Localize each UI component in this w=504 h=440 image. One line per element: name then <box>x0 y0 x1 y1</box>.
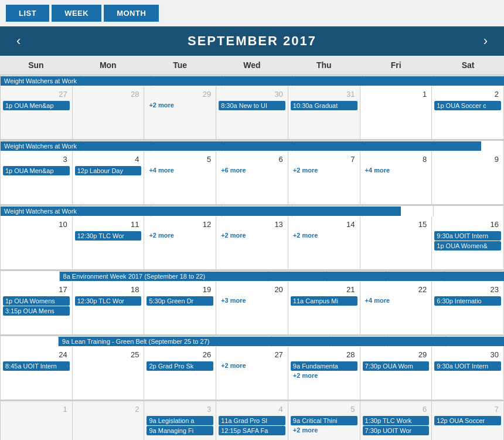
event-w0-d3-e0[interactable]: 8:30a New to UI <box>219 101 285 110</box>
calendar-body: Weight Watchers at Work271p OUA Men&ap28… <box>0 75 504 440</box>
day-cell-w3-d4: 2111a Campus Mi <box>288 282 360 334</box>
span-event-2[interactable]: Weight Watchers at Work <box>1 207 401 216</box>
day-cell-w1-d1: 412p Labour Day <box>73 151 144 204</box>
event-w5-d3-e1[interactable]: 12:15p SAFA Fa <box>219 426 285 435</box>
event-w2-d1-e0[interactable]: 12:30p TLC Wor <box>75 231 142 241</box>
event-w2-d3-e0[interactable]: +2 more <box>219 231 285 239</box>
event-w2-d6-e0[interactable]: 9:30a UOIT Intern <box>434 231 501 241</box>
day-number-w2-d4: 14 <box>290 219 359 231</box>
event-w5-d2-e0[interactable]: 9a Legislation a <box>147 416 213 425</box>
day-number-w3-d3: 20 <box>217 284 287 296</box>
calendar-header: ‹ SEPTEMBER 2017 › <box>0 26 504 56</box>
day-number-w1-d5: 8 <box>362 154 431 165</box>
event-w4-d5-e0[interactable]: 7:30p OUA Wom <box>363 361 430 371</box>
event-w5-d4-e0[interactable]: 9a Critical Thini <box>291 416 357 425</box>
event-w3-d4-e0[interactable]: 11a Campus Mi <box>291 296 357 306</box>
day-number-w2-d3: 13 <box>217 219 287 231</box>
day-cell-w4-d5: 297:30p OUA Wom <box>360 347 432 400</box>
dow-sun: Sun <box>0 56 72 75</box>
day-cell-w4-d2: 262p Grad Pro Sk <box>144 347 216 400</box>
event-w4-d4-e0[interactable]: 9a Fundamenta <box>291 361 357 371</box>
event-w1-d3-e0[interactable]: +6 more <box>219 166 285 174</box>
event-w3-d5-e0[interactable]: +4 more <box>363 296 430 304</box>
day-cell-w2-d0: 10 <box>1 216 72 269</box>
day-number-w3-d2: 19 <box>145 284 214 296</box>
day-cell-w5-d6: 712p OUA Soccer <box>432 401 503 440</box>
cells-row-1: 31p OUA Men&ap412p Labour Day5+4 more6+6… <box>1 151 503 204</box>
event-w2-d6-e1[interactable]: 1p OUA Women& <box>434 241 501 251</box>
month-view-button[interactable]: MONTH <box>104 5 159 22</box>
cells-row-4: 248:45a UOIT Intern25262p Grad Pro Sk27+… <box>1 347 503 400</box>
event-w1-d1-e0[interactable]: 12p Labour Day <box>75 166 142 175</box>
list-view-button[interactable]: LIST <box>6 5 49 22</box>
day-number-w1-d1: 4 <box>74 154 143 165</box>
day-cell-w2-d4: 14+2 more <box>288 216 360 269</box>
day-number-w5-d3: 4 <box>217 404 287 415</box>
event-w0-d4-e0[interactable]: 10:30a Graduat <box>291 101 357 110</box>
day-number-w0-d6: 2 <box>433 89 502 100</box>
day-cell-w0-d1: 28 <box>73 86 144 139</box>
day-cell-w5-d0: 1 <box>1 401 72 440</box>
event-w2-d2-e0[interactable]: +2 more <box>147 231 213 239</box>
event-w3-d6-e0[interactable]: 6:30p Internatio <box>434 296 501 306</box>
day-cell-w4-d3: 27+2 more <box>216 347 288 400</box>
event-w4-d2-e0[interactable]: 2p Grad Pro Sk <box>147 361 213 371</box>
event-w1-d2-e0[interactable]: +4 more <box>147 166 213 174</box>
day-number-w0-d4: 31 <box>290 89 359 100</box>
day-number-w3-d5: 22 <box>362 284 431 296</box>
event-w5-d4-e1[interactable]: +2 more <box>291 426 357 434</box>
dow-mon: Mon <box>72 56 144 75</box>
event-w3-d2-e0[interactable]: 5:30p Green Dr <box>147 296 213 306</box>
week-3: 8a Environment Week 2017 (September 18 t… <box>1 271 503 334</box>
day-cell-w0-d6: 21p OUA Soccer c <box>432 86 503 139</box>
day-number-w1-d4: 7 <box>290 154 359 165</box>
event-w5-d5-e1[interactable]: 7:30p UOIT Wor <box>363 426 430 435</box>
event-w4-d3-e0[interactable]: +2 more <box>219 361 285 370</box>
day-number-w5-d2: 3 <box>145 404 214 415</box>
event-w1-d4-e0[interactable]: +2 more <box>291 166 357 174</box>
day-number-w4-d0: 24 <box>2 349 71 361</box>
day-cell-w0-d4: 3110:30a Graduat <box>288 86 360 139</box>
event-w4-d0-e0[interactable]: 8:45a UOIT Intern <box>3 361 70 371</box>
day-number-w3-d1: 18 <box>74 284 143 296</box>
day-cell-w5-d4: 59a Critical Thini+2 more <box>288 401 360 440</box>
event-w3-d0-e1[interactable]: 3:15p OUA Mens <box>3 306 70 316</box>
event-w3-d1-e0[interactable]: 12:30p TLC Wor <box>75 296 142 306</box>
day-cell-w1-d2: 5+4 more <box>144 151 216 204</box>
day-number-w2-d1: 11 <box>74 219 143 231</box>
app-container: LIST WEEK MONTH ‹ SEPTEMBER 2017 › Sun M… <box>0 0 504 440</box>
span-event-0[interactable]: Weight Watchers at Work <box>1 76 504 86</box>
dow-sat: Sat <box>432 56 504 75</box>
day-cell-w5-d3: 411a Grad Pro Sl12:15p SAFA Fa <box>216 401 288 440</box>
event-w5-d2-e1[interactable]: 9a Managing Fi <box>147 426 213 435</box>
event-w0-d2-e0[interactable]: +2 more <box>147 101 213 109</box>
day-cell-w5-d2: 39a Legislation a9a Managing Fi <box>144 401 216 440</box>
prev-month-button[interactable]: ‹ <box>12 33 25 49</box>
span-event-1[interactable]: Weight Watchers at Work <box>1 141 481 151</box>
event-w5-d3-e0[interactable]: 11a Grad Pro Sl <box>219 416 285 425</box>
event-w1-d5-e0[interactable]: +4 more <box>363 166 430 174</box>
event-w0-d0-e0[interactable]: 1p OUA Men&ap <box>3 101 70 110</box>
day-cell-w3-d3: 20+3 more <box>216 282 288 334</box>
event-w3-d3-e0[interactable]: +3 more <box>219 296 285 304</box>
event-w5-d5-e0[interactable]: 1:30p TLC Work <box>363 416 430 425</box>
span-event-3[interactable]: 8a Environment Week 2017 (September 18 t… <box>60 272 504 281</box>
event-w4-d6-e0[interactable]: 9:30a UOIT Intern <box>434 361 501 371</box>
event-w0-d6-e0[interactable]: 1p OUA Soccer c <box>434 101 501 110</box>
day-number-w4-d1: 25 <box>74 349 143 361</box>
next-month-button[interactable]: › <box>479 33 492 49</box>
week-1: Weight Watchers at Work31p OUA Men&ap412… <box>1 141 503 204</box>
event-w3-d0-e0[interactable]: 1p OUA Womens <box>3 296 70 306</box>
event-w1-d0-e0[interactable]: 1p OUA Men&ap <box>3 166 70 175</box>
cells-row-2: 101112:30p TLC Wor12+2 more13+2 more14+2… <box>1 216 503 269</box>
week-view-button[interactable]: WEEK <box>52 5 101 22</box>
week-5: 1239a Legislation a9a Managing Fi411a Gr… <box>1 401 503 440</box>
event-w2-d4-e0[interactable]: +2 more <box>291 231 357 239</box>
day-number-w1-d0: 3 <box>2 154 71 165</box>
day-number-w2-d6: 16 <box>433 219 502 231</box>
event-w5-d6-e0[interactable]: 12p OUA Soccer <box>434 416 501 425</box>
span-event-4[interactable]: 9a Lean Training - Green Belt (September… <box>59 337 504 346</box>
day-number-w0-d2: 29 <box>145 89 214 100</box>
day-cell-w4-d6: 309:30a UOIT Intern <box>432 347 503 400</box>
event-w4-d4-e1[interactable]: +2 more <box>291 371 357 380</box>
